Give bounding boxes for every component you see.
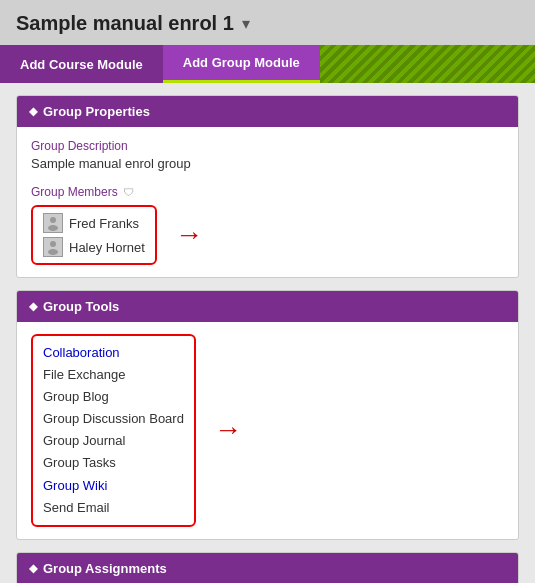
group-assignments-header: ◆ Group Assignments <box>17 553 518 583</box>
group-tools-header: ◆ Group Tools <box>17 291 518 322</box>
list-item: Haley Hornet <box>43 237 145 257</box>
main-content: ◆ Group Properties Group Description Sam… <box>0 83 535 583</box>
right-arrow-icon: → <box>214 416 242 444</box>
group-assignments-panel: ◆ Group Assignments <box>16 552 519 583</box>
tools-row: Collaboration File Exchange Group Blog G… <box>31 334 504 527</box>
avatar <box>43 213 63 233</box>
arrow-indicator: → <box>175 221 203 249</box>
tab-add-group-module[interactable]: Add Group Module <box>163 45 320 83</box>
tools-box: Collaboration File Exchange Group Blog G… <box>31 334 196 527</box>
members-row: Fred Franks Haley Hornet → <box>31 205 504 265</box>
arrow-indicator-tools: → <box>214 416 242 444</box>
svg-point-0 <box>50 217 56 223</box>
shield-icon: 🛡 <box>123 186 134 198</box>
list-item: Fred Franks <box>43 213 145 233</box>
group-description-label: Group Description <box>31 139 504 153</box>
page-title: Sample manual enrol 1 <box>16 12 234 35</box>
svg-point-2 <box>50 241 56 247</box>
member-name: Haley Hornet <box>69 240 145 255</box>
svg-point-1 <box>48 225 58 231</box>
members-box: Fred Franks Haley Hornet <box>31 205 157 265</box>
tool-group-blog: Group Blog <box>43 386 184 408</box>
tool-file-exchange: File Exchange <box>43 364 184 386</box>
avatar <box>43 237 63 257</box>
group-properties-panel: ◆ Group Properties Group Description Sam… <box>16 95 519 278</box>
tab-add-course-module[interactable]: Add Course Module <box>0 45 163 83</box>
group-description-value: Sample manual enrol group <box>31 156 504 171</box>
tab-stripe <box>320 45 535 83</box>
tool-group-journal: Group Journal <box>43 430 184 452</box>
page-header: Sample manual enrol 1 ▾ <box>0 0 535 45</box>
panel-icon: ◆ <box>29 300 37 313</box>
tab-bar: Add Course Module Add Group Module <box>0 45 535 83</box>
tool-collaboration[interactable]: Collaboration <box>43 342 184 364</box>
group-members-header: Group Members 🛡 <box>31 185 504 199</box>
tool-group-discussion-board: Group Discussion Board <box>43 408 184 430</box>
group-tools-body: Collaboration File Exchange Group Blog G… <box>17 322 518 539</box>
tool-send-email: Send Email <box>43 497 184 519</box>
svg-point-3 <box>48 249 58 255</box>
tool-group-wiki[interactable]: Group Wiki <box>43 475 184 497</box>
dropdown-icon[interactable]: ▾ <box>242 14 250 33</box>
group-properties-body: Group Description Sample manual enrol gr… <box>17 127 518 277</box>
panel-icon: ◆ <box>29 105 37 118</box>
member-name: Fred Franks <box>69 216 139 231</box>
panel-icon: ◆ <box>29 562 37 575</box>
right-arrow-icon: → <box>175 221 203 249</box>
tool-group-tasks: Group Tasks <box>43 452 184 474</box>
group-tools-panel: ◆ Group Tools Collaboration File Exchang… <box>16 290 519 540</box>
group-properties-header: ◆ Group Properties <box>17 96 518 127</box>
